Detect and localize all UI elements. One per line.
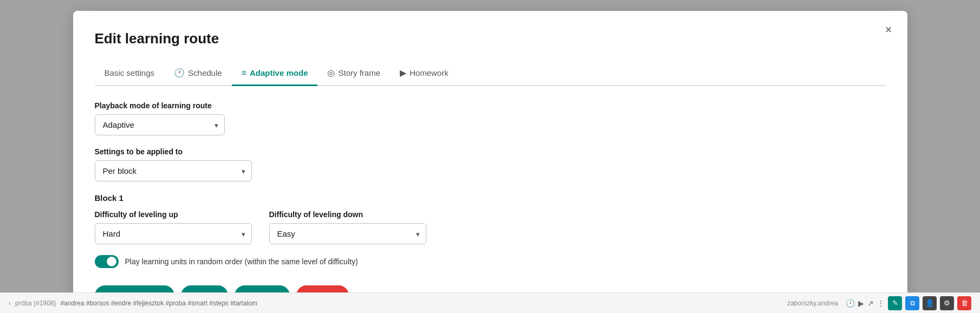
difficulty-down-label: Difficulty of leveling down xyxy=(269,210,426,219)
toggle-track xyxy=(95,255,119,268)
difficulty-up-select[interactable]: Easy Medium Hard xyxy=(95,223,252,244)
bottom-bar: ‹ próba (#1908) #andrea #borsos #endre #… xyxy=(0,292,980,313)
tab-homework-label: Homework xyxy=(410,68,449,77)
settings-icon-btn[interactable]: ⚙ xyxy=(940,296,954,310)
toggle-thumb xyxy=(107,257,116,266)
difficulty-down-group: Difficulty of leveling down Easy Medium … xyxy=(269,210,426,244)
difficulty-up-label: Difficulty of leveling up xyxy=(95,210,252,219)
schedule-icon: 🕐 xyxy=(174,68,185,78)
bottom-bar-item-name: próba (#1908) xyxy=(15,299,56,307)
playback-mode-select[interactable]: Adaptive Linear Random xyxy=(95,114,225,135)
difficulty-down-select-wrapper: Easy Medium Hard ▾ xyxy=(269,223,426,244)
playback-mode-group: Playback mode of learning route Adaptive… xyxy=(95,101,886,135)
random-order-toggle-row: Play learning units in random order (wit… xyxy=(95,255,886,268)
bottom-bar-user: zaborszky.andrea xyxy=(787,299,838,307)
trash-icon-btn[interactable]: 🗑 xyxy=(957,296,971,310)
menu-icon: ⋮ xyxy=(877,299,885,308)
random-order-toggle[interactable] xyxy=(95,255,119,268)
random-order-label: Play learning units in random order (wit… xyxy=(125,257,358,266)
difficulty-down-select[interactable]: Easy Medium Hard xyxy=(269,223,426,244)
block-label: Block 1 xyxy=(95,193,886,203)
difficulty-up-select-wrapper: Easy Medium Hard ▾ xyxy=(95,223,252,244)
tab-basic-settings-label: Basic settings xyxy=(105,68,155,77)
tab-schedule-label: Schedule xyxy=(188,68,222,77)
difficulty-row: Difficulty of leveling up Easy Medium Ha… xyxy=(95,210,886,244)
tab-story-frame[interactable]: ◎ Story frame xyxy=(317,62,390,86)
tab-adaptive-mode[interactable]: ≡ Adaptive mode xyxy=(232,63,318,86)
tab-homework[interactable]: ▶ Homework xyxy=(390,62,458,86)
bottom-bar-tags: #andrea #borsos #endre #fejlesztok #prob… xyxy=(60,299,257,307)
modal-title: Edit learning route xyxy=(95,30,886,47)
modal-overlay: Edit learning route × Basic settings 🕐 S… xyxy=(0,0,980,313)
settings-applied-group: Settings to be applied to Per block Per … xyxy=(95,147,886,181)
play-icon: ▶ xyxy=(858,299,864,308)
chevron-left-icon: ‹ xyxy=(9,299,11,307)
clock-icon: 🕐 xyxy=(846,299,855,308)
playback-mode-label: Playback mode of learning route xyxy=(95,101,886,110)
tab-basic-settings[interactable]: Basic settings xyxy=(95,63,165,86)
playback-mode-select-wrapper: Adaptive Linear Random ▾ xyxy=(95,114,225,135)
settings-applied-select[interactable]: Per block Per route xyxy=(95,160,252,181)
tab-story-frame-label: Story frame xyxy=(338,68,380,77)
users-icon-btn[interactable]: 👤 xyxy=(923,296,937,310)
edit-learning-route-modal: Edit learning route × Basic settings 🕐 S… xyxy=(73,11,907,313)
copy-icon-btn[interactable]: ⧉ xyxy=(905,296,919,310)
story-frame-icon: ◎ xyxy=(327,68,335,78)
tab-schedule[interactable]: 🕐 Schedule xyxy=(164,62,232,86)
difficulty-up-group: Difficulty of leveling up Easy Medium Ha… xyxy=(95,210,252,244)
tab-adaptive-mode-label: Adaptive mode xyxy=(250,68,308,77)
homework-icon: ▶ xyxy=(400,68,406,78)
settings-applied-select-wrapper: Per block Per route ▾ xyxy=(95,160,252,181)
bottom-bar-right: zaborszky.andrea 🕐 ▶ ↗ ⋮ ✎ ⧉ 👤 ⚙ 🗑 xyxy=(787,296,971,310)
tabs-bar: Basic settings 🕐 Schedule ≡ Adaptive mod… xyxy=(95,62,886,86)
settings-applied-label: Settings to be applied to xyxy=(95,147,886,156)
close-button[interactable]: × xyxy=(885,24,892,36)
expand-icon: ↗ xyxy=(867,299,874,308)
bottom-bar-left: ‹ próba (#1908) #andrea #borsos #endre #… xyxy=(9,299,257,307)
edit-icon-btn[interactable]: ✎ xyxy=(888,296,902,310)
adaptive-mode-icon: ≡ xyxy=(242,68,246,78)
